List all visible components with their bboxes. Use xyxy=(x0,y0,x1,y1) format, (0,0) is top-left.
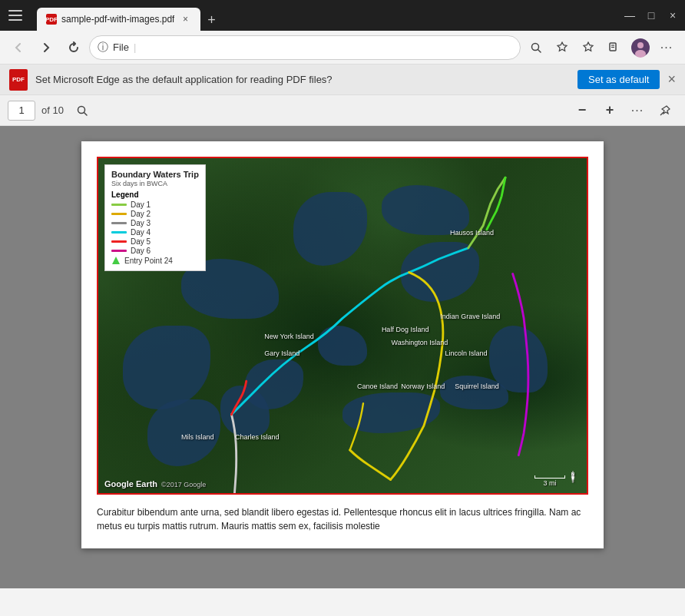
legend-entry: Entry Point 24 xyxy=(111,256,199,265)
nav-icons-right: ··· xyxy=(524,35,679,60)
label-squirrel: Squirrel Island xyxy=(455,383,499,390)
zoom-in-button[interactable]: + xyxy=(597,98,622,123)
legend-subtitle: Six days in BWCA xyxy=(111,180,199,187)
pdf-toolbar: of 10 − + ··· xyxy=(0,95,685,126)
legend-day5: Day 5 xyxy=(111,237,199,246)
minimize-button[interactable]: — xyxy=(624,9,636,22)
scale-bar xyxy=(534,475,565,479)
ge-copyright: ©2017 Google xyxy=(161,481,206,488)
address-divider: | xyxy=(134,41,136,53)
back-button[interactable] xyxy=(6,35,31,60)
label-norway: Norway Island xyxy=(401,383,445,390)
svg-rect-1 xyxy=(8,15,22,16)
svg-line-12 xyxy=(84,112,87,115)
forward-button[interactable] xyxy=(34,35,58,60)
window-controls: — □ × xyxy=(624,9,679,22)
svg-point-10 xyxy=(635,50,646,58)
label-mils: Mils Island xyxy=(181,433,214,441)
svg-marker-15 xyxy=(112,257,120,264)
default-bar-close-button[interactable]: × xyxy=(667,71,676,88)
more-icon[interactable]: ··· xyxy=(654,35,679,60)
legend-title: Boundary Waters Trip xyxy=(111,170,199,179)
address-text: File xyxy=(113,41,129,53)
legend-day3: Day 3 xyxy=(111,219,199,227)
scale-bar-container: 3 mi xyxy=(534,475,565,487)
tab-bar: PDF sample-pdf-with-images.pdf × + xyxy=(31,0,617,31)
label-lincoln: Lincoln Island xyxy=(445,349,488,357)
svg-point-9 xyxy=(637,42,644,48)
map-legend: Boundary Waters Trip Six days in BWCA Le… xyxy=(104,164,206,271)
legend-label: Legend xyxy=(111,190,199,199)
pdf-more-button[interactable]: ··· xyxy=(625,98,650,123)
close-window-button[interactable]: × xyxy=(667,9,679,22)
reading-list-icon[interactable] xyxy=(602,35,627,60)
svg-text:S: S xyxy=(571,479,574,483)
tab-title: sample-pdf-with-images.pdf xyxy=(61,14,174,25)
page-total: of 10 xyxy=(41,104,64,116)
favorites-icon[interactable] xyxy=(550,35,574,60)
maximize-button[interactable]: □ xyxy=(645,9,657,22)
new-tab-button[interactable]: + xyxy=(200,9,222,31)
legend-day2: Day 2 xyxy=(111,210,199,218)
legend-day4: Day 4 xyxy=(111,228,199,237)
search-icon[interactable] xyxy=(524,35,548,60)
active-tab[interactable]: PDF sample-pdf-with-images.pdf × xyxy=(37,8,200,31)
title-bar: PDF sample-pdf-with-images.pdf × + — □ × xyxy=(0,0,685,31)
label-hausos-text: Hausos Island xyxy=(450,229,494,237)
map-background: Boundary Waters Trip Six days in BWCA Le… xyxy=(98,158,587,493)
page-number-input[interactable] xyxy=(8,101,35,121)
svg-text:N: N xyxy=(571,472,574,476)
address-info-icon: ⓘ xyxy=(98,41,108,55)
tab-favicon: PDF xyxy=(46,14,57,25)
map-container: Boundary Waters Trip Six days in BWCA Le… xyxy=(97,157,588,495)
label-indian: Indian Grave Island xyxy=(440,313,500,320)
nav-bar: ⓘ File | ··· xyxy=(0,31,685,65)
legend-day1: Day 1 xyxy=(111,200,199,209)
legend-day6: Day 6 xyxy=(111,247,199,255)
label-canoe: Canoe Island xyxy=(357,383,398,390)
pdf-icon: PDF xyxy=(9,69,28,91)
pdf-body-text: Curabitur bibendum ante urna, sed blandi… xyxy=(97,505,588,533)
pdf-search-button[interactable] xyxy=(70,98,94,123)
set-default-button[interactable]: Set as default xyxy=(577,70,660,89)
compass: N S xyxy=(565,469,581,487)
pdf-page: Boundary Waters Trip Six days in BWCA Le… xyxy=(81,141,604,548)
tab-close-button[interactable]: × xyxy=(179,13,191,25)
label-gary: Gary Island xyxy=(264,349,299,357)
address-bar[interactable]: ⓘ File | xyxy=(89,35,521,60)
svg-line-4 xyxy=(538,49,541,52)
refresh-button[interactable] xyxy=(61,35,86,60)
label-halfdog: Half Dog Island xyxy=(382,326,429,333)
label-washington: Washington Island xyxy=(392,339,448,346)
pin-button[interactable] xyxy=(653,98,677,123)
label-charles: Charles Island xyxy=(235,433,280,441)
browser-menu-icon[interactable] xyxy=(6,6,25,25)
svg-rect-0 xyxy=(8,10,22,12)
scale-text: 3 mi xyxy=(543,479,556,487)
pdf-content-area[interactable]: Boundary Waters Trip Six days in BWCA Le… xyxy=(0,126,685,588)
zoom-out-button[interactable]: − xyxy=(570,98,594,123)
default-message: Set Microsoft Edge as the default applic… xyxy=(35,74,570,85)
profile-icon[interactable] xyxy=(628,35,653,60)
google-earth-label: Google Earth xyxy=(104,479,157,488)
svg-rect-2 xyxy=(8,19,22,21)
default-app-bar: PDF Set Microsoft Edge as the default ap… xyxy=(0,65,685,95)
label-newyork: New York Island xyxy=(264,333,314,340)
collections-icon[interactable] xyxy=(576,35,601,60)
